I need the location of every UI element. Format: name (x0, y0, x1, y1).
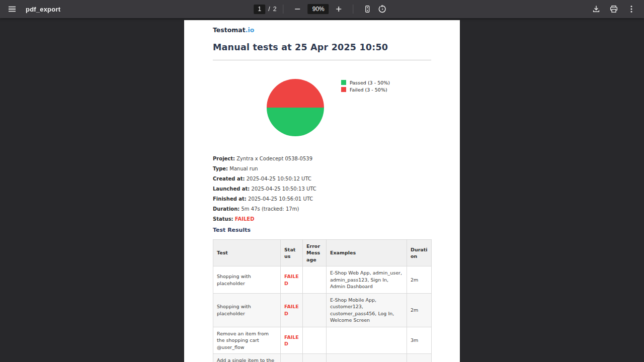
zoom-out-icon (294, 6, 301, 13)
section-title: Test Results (213, 227, 251, 233)
table-row: Remove an item from the shopping cart @u… (213, 327, 432, 353)
results-pie-chart (267, 79, 324, 136)
fit-to-page-icon (364, 5, 372, 13)
download-button[interactable] (589, 2, 604, 17)
testomat-logo: Testomat.io (213, 26, 254, 34)
page-number-input[interactable] (254, 5, 265, 14)
meta-label: Launched at: (213, 186, 250, 192)
cell-status: PASSED (281, 354, 303, 362)
download-icon (592, 5, 601, 14)
chart-legend: Passed (3 - 50%) Failed (3 - 50%) (341, 80, 390, 92)
cell-status: FAILED (281, 327, 303, 353)
toolbar-right (589, 2, 644, 17)
fit-to-page-button[interactable] (360, 2, 375, 17)
legend-swatch (341, 87, 346, 92)
cell-test: Shopping with placeholder (213, 266, 281, 293)
page-total: 2 (273, 6, 277, 13)
rotate-button[interactable] (375, 2, 390, 17)
header-status: Status (281, 240, 303, 266)
meta-value: FAILED (235, 216, 255, 222)
header-examples: Examples (327, 240, 407, 266)
meta-label: Status: (213, 216, 233, 222)
cell-error-message (303, 354, 327, 362)
logo-brand: Testomat (213, 26, 246, 34)
meta-line: Duration: 5m 47s (tracked: 17m) (213, 206, 316, 216)
zoom-in-icon (336, 6, 343, 13)
meta-line: Launched at: 2025-04-25 10:50:13 UTC (213, 186, 316, 196)
test-results-table: Test Status Error Message Examples Durat… (213, 239, 432, 362)
legend-item: Failed (3 - 50%) (341, 87, 390, 92)
meta-line: Project: Zyntra x Codecept 0538-0539 (213, 156, 316, 166)
toolbar-center: / 2 90% (254, 0, 390, 18)
menu-button[interactable] (5, 2, 20, 17)
meta-value: 5m 47s (tracked: 17m) (241, 206, 299, 212)
meta-label: Project: (213, 156, 235, 161)
cell-duration: 3m (407, 327, 432, 353)
cell-duration: 2m (407, 266, 432, 293)
table-header-row: Test Status Error Message Examples Durat… (213, 240, 432, 266)
cell-duration: 2m (407, 293, 432, 327)
cell-status: FAILED (281, 266, 303, 293)
pdf-canvas[interactable]: Testomat.io Manual tests at 25 Apr 2025 … (0, 18, 644, 362)
cell-error-message (303, 293, 327, 327)
legend-label: Failed (3 - 50%) (350, 87, 387, 93)
zoom-in-button[interactable] (332, 2, 347, 17)
toolbar-divider (353, 5, 354, 14)
legend-label: Passed (3 - 50%) (350, 80, 390, 85)
header-duration: Duration (407, 240, 432, 266)
cell-test: Add a single item to the shopping cart @… (213, 354, 281, 362)
meta-line: Finished at: 2025-04-25 10:56:01 UTC (213, 196, 316, 206)
legend-swatch (341, 80, 346, 85)
meta-value: 2025-04-25 10:50:13 UTC (252, 186, 316, 192)
header-test: Test (213, 240, 281, 266)
pdf-viewer-toolbar: pdf_export / 2 90% (0, 0, 644, 18)
more-options-icon (627, 5, 636, 14)
meta-line: Created at: 2025-04-25 10:50:12 UTC (213, 176, 316, 186)
cell-test: Shopping with placeholder (213, 293, 281, 327)
meta-label: Duration: (213, 206, 239, 212)
print-icon (609, 5, 618, 14)
meta-label: Type: (213, 166, 228, 171)
legend-item: Passed (3 - 50%) (341, 80, 390, 85)
meta-value: Manual run (229, 166, 258, 171)
table-row: Shopping with placeholder FAILED E-Shop … (213, 266, 432, 293)
cell-error-message (303, 327, 327, 353)
hamburger-icon (8, 5, 17, 14)
toolbar-left: pdf_export (0, 2, 60, 17)
rotate-counterclockwise-icon (378, 5, 387, 14)
zoom-level-value[interactable]: 90% (308, 4, 329, 14)
pdf-page: Testomat.io Manual tests at 25 Apr 2025 … (184, 20, 460, 362)
meta-label: Created at: (213, 176, 245, 182)
meta-label: Finished at: (213, 196, 247, 202)
page-separator: / (268, 6, 270, 13)
zoom-out-button[interactable] (290, 2, 305, 17)
document-title: pdf_export (26, 6, 60, 13)
cell-status: FAILED (281, 293, 303, 327)
cell-duration: 1m (407, 354, 432, 362)
cell-examples: E-Shop Web App, admin_user, admin_pass12… (327, 266, 407, 293)
cell-test: Remove an item from the shopping cart @u… (213, 327, 281, 353)
toolbar-divider (283, 5, 284, 14)
meta-line: Type: Manual run (213, 166, 316, 176)
meta-line: Status: FAILED (213, 216, 316, 226)
logo-suffix: .io (246, 26, 255, 34)
meta-value: 2025-04-25 10:56:01 UTC (248, 196, 313, 202)
run-metadata: Project: Zyntra x Codecept 0538-0539 Typ… (213, 156, 316, 226)
report-title: Manual tests at 25 Apr 2025 10:50 (213, 42, 388, 52)
cell-error-message (303, 266, 327, 293)
header-error-message: Error Message (303, 240, 327, 266)
cell-examples (327, 354, 407, 362)
cell-examples: E-Shop Mobile App, customer123, customer… (327, 293, 407, 327)
meta-value: 2025-04-25 10:50:12 UTC (247, 176, 311, 182)
more-options-button[interactable] (624, 2, 639, 17)
table-row: Shopping with placeholder FAILED E-Shop … (213, 293, 432, 327)
print-button[interactable] (606, 2, 621, 17)
meta-value: Zyntra x Codecept 0538-0539 (236, 156, 312, 161)
cell-examples (327, 327, 407, 353)
table-row: Add a single item to the shopping cart @… (213, 354, 432, 362)
title-rule (213, 60, 431, 60)
